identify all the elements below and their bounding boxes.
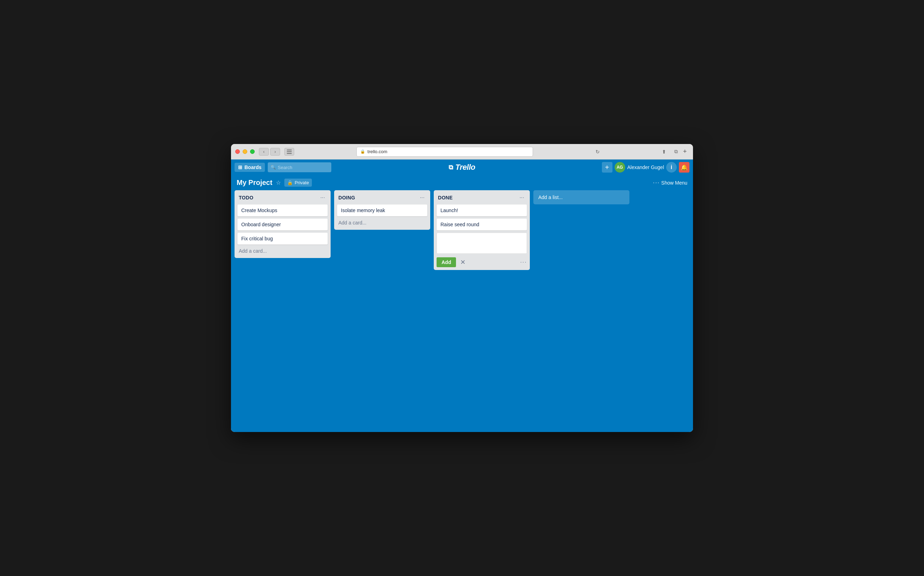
list-done-title: DONE	[438, 195, 453, 200]
ellipsis-icon: ···	[653, 180, 660, 186]
username-label: Alexander Gugel	[627, 165, 664, 170]
username-button[interactable]: Alexander Gugel	[627, 165, 664, 170]
board-title: My Project	[237, 179, 272, 187]
svg-rect-1	[287, 151, 292, 152]
nav-buttons: ‹ ›	[259, 148, 280, 156]
add-card-doing-button[interactable]: Add a card...	[337, 218, 427, 227]
card-create-mockups[interactable]: Create Mockups	[237, 204, 328, 216]
list-doing-menu-button[interactable]: ···	[419, 194, 426, 202]
add-card-submit-button[interactable]: Add	[436, 257, 456, 267]
notification-button[interactable]: 🔔	[679, 162, 690, 173]
browser-titlebar: ‹ › 🔒 trello.com ↻ ⬆ ⧉ +	[231, 144, 693, 160]
url-text: trello.com	[367, 149, 387, 154]
close-traffic-light[interactable]	[235, 149, 240, 154]
info-icon: i	[671, 164, 672, 170]
url-bar[interactable]: 🔒 trello.com	[356, 147, 533, 157]
add-list-label: Add a list...	[538, 194, 563, 200]
logo-text: Trello	[455, 163, 475, 172]
add-card-form-done: Add ✕ ···	[436, 233, 527, 267]
card-onboard-designer[interactable]: Onboard designer	[237, 218, 328, 230]
boards-label: Boards	[244, 165, 261, 170]
board-area: My Project ☆ 🔒 Private ··· Show Menu TOD…	[231, 175, 693, 432]
add-card-todo-button[interactable]: Add a card...	[237, 247, 328, 255]
search-wrapper: 🔍	[268, 162, 331, 172]
avatar-button[interactable]: AG	[614, 162, 625, 173]
back-button[interactable]: ‹	[259, 148, 269, 156]
show-menu-button[interactable]: ··· Show Menu	[653, 180, 687, 186]
add-button[interactable]: +	[602, 162, 613, 173]
notification-icon: 🔔	[681, 164, 688, 171]
trello-logo-icon: ⧉	[449, 164, 453, 171]
lock-icon: 🔒	[360, 149, 365, 154]
browser-window: ‹ › 🔒 trello.com ↻ ⬆ ⧉ + ⊞ Bo	[231, 144, 693, 432]
card-isolate-memory-leak[interactable]: Isolate memory leak	[337, 204, 427, 216]
info-button[interactable]: i	[666, 162, 677, 173]
cancel-icon: ✕	[460, 259, 465, 266]
card-fix-critical-bug[interactable]: Fix critical bug	[237, 233, 328, 245]
svg-rect-2	[287, 153, 292, 154]
header-right: + AG Alexander Gugel i 🔔	[602, 162, 690, 173]
add-card-textarea-done[interactable]	[436, 233, 527, 254]
add-card-cancel-button[interactable]: ✕	[459, 258, 467, 267]
lock-private-icon: 🔒	[287, 180, 293, 185]
new-tab-button[interactable]: +	[681, 148, 689, 156]
board-privacy-label: Private	[295, 180, 309, 185]
refresh-button[interactable]: ↻	[593, 148, 603, 156]
boards-icon: ⊞	[238, 165, 242, 170]
board-star-button[interactable]: ☆	[276, 179, 281, 186]
minimize-traffic-light[interactable]	[243, 149, 247, 154]
svg-rect-0	[287, 150, 292, 150]
lists-container: TODO ··· Create Mockups Onboard designer…	[231, 190, 693, 432]
share-button[interactable]: ⬆	[659, 148, 669, 156]
list-todo-header: TODO ···	[237, 193, 328, 204]
list-done-header: DONE ···	[436, 193, 527, 204]
board-header: My Project ☆ 🔒 Private ··· Show Menu	[231, 175, 693, 190]
duplicate-button[interactable]: ⧉	[671, 148, 681, 156]
add-list-button[interactable]: Add a list...	[533, 190, 629, 204]
search-input[interactable]	[268, 162, 331, 172]
sidebar-toggle-button[interactable]	[284, 148, 294, 156]
list-todo-menu-button[interactable]: ···	[319, 194, 326, 202]
card-raise-seed-round[interactable]: Raise seed round	[436, 218, 527, 230]
traffic-lights	[235, 149, 255, 154]
maximize-traffic-light[interactable]	[250, 149, 255, 154]
header-left: ⊞ Boards 🔍	[234, 162, 331, 172]
show-menu-label: Show Menu	[661, 180, 687, 186]
header-logo: ⧉ Trello	[449, 163, 475, 172]
list-doing-title: DOING	[338, 195, 355, 200]
browser-actions: ⬆ ⧉	[659, 148, 681, 156]
app-header: ⊞ Boards 🔍 ⧉ Trello + AG Alexander Gugel	[231, 160, 693, 175]
list-done-menu-button[interactable]: ···	[518, 194, 526, 202]
card-launch[interactable]: Launch!	[436, 204, 527, 216]
app-container: ⊞ Boards 🔍 ⧉ Trello + AG Alexander Gugel	[231, 160, 693, 432]
list-todo: TODO ··· Create Mockups Onboard designer…	[234, 190, 330, 258]
list-todo-title: TODO	[239, 195, 253, 200]
list-done: DONE ··· Launch! Raise seed round Add	[434, 190, 530, 270]
forward-button[interactable]: ›	[270, 148, 280, 156]
user-initials: AG	[617, 165, 623, 170]
list-doing: DOING ··· Isolate memory leak Add a card…	[334, 190, 430, 230]
add-card-actions-done: Add ✕ ···	[436, 257, 527, 267]
add-card-more-button[interactable]: ···	[520, 259, 527, 266]
list-doing-header: DOING ···	[337, 193, 427, 204]
boards-button[interactable]: ⊞ Boards	[234, 163, 265, 172]
board-privacy-button[interactable]: 🔒 Private	[284, 179, 311, 187]
